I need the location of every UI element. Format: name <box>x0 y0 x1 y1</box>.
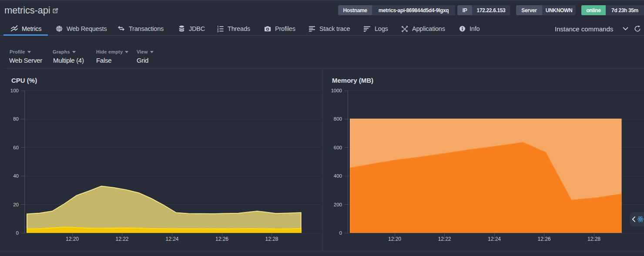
svg-text:600: 600 <box>334 145 342 150</box>
svg-text:200: 200 <box>334 202 342 207</box>
svg-text:40: 40 <box>13 173 19 179</box>
svg-text:0: 0 <box>16 230 19 236</box>
svg-text:12:26: 12:26 <box>215 236 228 242</box>
svg-text:12:20: 12:20 <box>388 236 401 242</box>
svg-text:80: 80 <box>13 116 19 121</box>
svg-text:WWW: WWW <box>56 27 63 30</box>
svg-text:400: 400 <box>334 173 342 179</box>
svg-text:12:26: 12:26 <box>537 236 550 242</box>
svg-text:12:24: 12:24 <box>488 236 501 242</box>
svg-text:12:24: 12:24 <box>165 236 178 242</box>
svg-text:1000: 1000 <box>331 88 342 93</box>
svg-text:0: 0 <box>339 230 342 236</box>
svg-text:12:22: 12:22 <box>115 236 128 242</box>
svg-text:60: 60 <box>13 145 19 150</box>
svg-text:800: 800 <box>334 116 342 121</box>
svg-text:12:22: 12:22 <box>438 236 451 242</box>
svg-text:12:28: 12:28 <box>265 236 278 242</box>
svg-text:100: 100 <box>10 88 19 93</box>
svg-text:3: 3 <box>217 30 219 32</box>
svg-text:20: 20 <box>13 202 19 207</box>
svg-text:12:20: 12:20 <box>66 236 79 242</box>
svg-text:12:28: 12:28 <box>587 236 600 242</box>
